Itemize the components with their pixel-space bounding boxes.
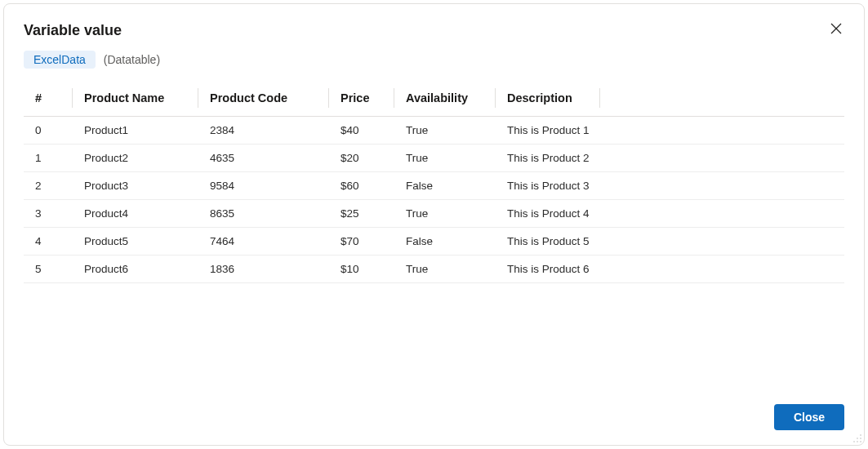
- table-row[interactable]: 2Product39584$60FalseThis is Product 3: [24, 172, 844, 200]
- variable-name-chip[interactable]: ExcelData: [24, 51, 96, 69]
- cell-product-name: Product4: [73, 200, 198, 228]
- header-product-code[interactable]: Product Code: [198, 80, 329, 117]
- cell-product-name: Product3: [73, 172, 198, 200]
- cell-index: 0: [24, 117, 73, 144]
- cell-product-name: Product1: [73, 117, 198, 144]
- cell-product-code: 4635: [198, 144, 329, 172]
- cell-index: 4: [24, 228, 73, 256]
- cell-description: This is Product 6: [496, 256, 600, 283]
- svg-point-4: [857, 438, 858, 439]
- cell-price: $70: [329, 228, 394, 256]
- cell-price: $60: [329, 172, 394, 200]
- cell-blank: [600, 144, 844, 172]
- variable-value-dialog: Variable value ExcelData (Datatable) # P…: [3, 3, 865, 446]
- cell-description: This is Product 5: [496, 228, 600, 256]
- dialog-footer: Close: [24, 394, 844, 430]
- data-table: # Product Name Product Code Price Availa…: [24, 80, 844, 283]
- cell-product-code: 2384: [198, 117, 329, 144]
- cell-index: 2: [24, 172, 73, 200]
- cell-availability: False: [394, 228, 496, 256]
- header-product-name[interactable]: Product Name: [73, 80, 198, 117]
- table-header-row: # Product Name Product Code Price Availa…: [24, 80, 844, 117]
- cell-blank: [600, 117, 844, 144]
- cell-price: $25: [329, 200, 394, 228]
- table-row[interactable]: 1Product24635$20TrueThis is Product 2: [24, 144, 844, 172]
- header-blank: [600, 80, 844, 117]
- close-button[interactable]: Close: [774, 404, 844, 430]
- header-description[interactable]: Description: [496, 80, 600, 117]
- cell-price: $10: [329, 256, 394, 283]
- cell-blank: [600, 172, 844, 200]
- cell-description: This is Product 1: [496, 117, 600, 144]
- cell-product-name: Product6: [73, 256, 198, 283]
- cell-price: $20: [329, 144, 394, 172]
- svg-point-5: [860, 441, 861, 442]
- header-index[interactable]: #: [24, 80, 73, 117]
- cell-availability: True: [394, 256, 496, 283]
- close-icon[interactable]: [828, 20, 844, 37]
- cell-product-code: 8635: [198, 200, 329, 228]
- header-price[interactable]: Price: [329, 80, 394, 117]
- svg-point-2: [860, 434, 861, 436]
- cell-index: 5: [24, 256, 73, 283]
- table-row[interactable]: 0Product12384$40TrueThis is Product 1: [24, 117, 844, 144]
- dialog-header: Variable value: [24, 22, 844, 39]
- cell-product-code: 1836: [198, 256, 329, 283]
- cell-blank: [600, 256, 844, 283]
- table-container: # Product Name Product Code Price Availa…: [24, 80, 844, 394]
- cell-blank: [600, 228, 844, 256]
- variable-info-row: ExcelData (Datatable): [24, 51, 844, 69]
- variable-type-label: (Datatable): [104, 53, 160, 66]
- cell-price: $40: [329, 117, 394, 144]
- cell-index: 1: [24, 144, 73, 172]
- svg-point-3: [860, 438, 861, 439]
- cell-availability: True: [394, 144, 496, 172]
- cell-availability: True: [394, 117, 496, 144]
- cell-description: This is Product 3: [496, 172, 600, 200]
- cell-availability: True: [394, 200, 496, 228]
- table-row[interactable]: 5Product61836$10TrueThis is Product 6: [24, 256, 844, 283]
- cell-product-name: Product2: [73, 144, 198, 172]
- table-row[interactable]: 3Product48635$25TrueThis is Product 4: [24, 200, 844, 228]
- cell-product-code: 7464: [198, 228, 329, 256]
- cell-availability: False: [394, 172, 496, 200]
- cell-description: This is Product 2: [496, 144, 600, 172]
- cell-blank: [600, 200, 844, 228]
- dialog-title: Variable value: [24, 22, 122, 39]
- cell-description: This is Product 4: [496, 200, 600, 228]
- cell-index: 3: [24, 200, 73, 228]
- svg-point-6: [857, 441, 858, 442]
- cell-product-name: Product5: [73, 228, 198, 256]
- table-row[interactable]: 4Product57464$70FalseThis is Product 5: [24, 228, 844, 256]
- header-availability[interactable]: Availability: [394, 80, 496, 117]
- cell-product-code: 9584: [198, 172, 329, 200]
- resize-handle-icon[interactable]: [852, 433, 862, 443]
- svg-point-7: [853, 441, 855, 442]
